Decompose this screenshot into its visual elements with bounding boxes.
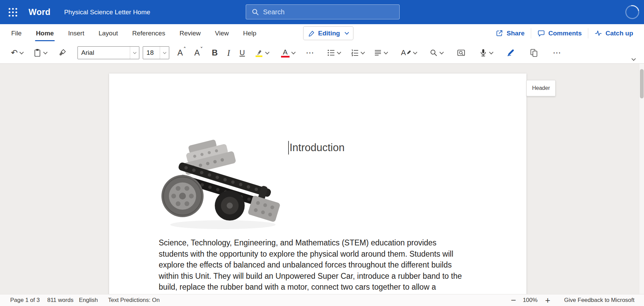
font-name-value: Arial xyxy=(78,49,130,57)
pages-icon xyxy=(529,48,538,57)
pages-button[interactable] xyxy=(527,45,541,60)
catch-up-button[interactable]: Catch up xyxy=(588,26,639,41)
app-launcher-button[interactable] xyxy=(6,5,20,19)
more-font-options-button[interactable]: ⋯ xyxy=(303,45,317,60)
comments-label: Comments xyxy=(549,30,582,37)
tab-view[interactable]: View xyxy=(208,24,236,42)
italic-button[interactable]: I xyxy=(224,45,232,60)
pencil-icon xyxy=(308,30,315,37)
search-icon xyxy=(251,8,259,16)
feedback-link[interactable]: Give Feedback to Microsoft xyxy=(564,297,634,304)
account-avatar[interactable] xyxy=(623,2,642,22)
font-size-value: 18 xyxy=(143,49,160,57)
font-color-button[interactable]: A xyxy=(278,45,298,60)
undo-button[interactable]: ↶ xyxy=(8,45,26,60)
font-color-letter: A xyxy=(283,48,288,55)
font-size-dropdown-chevron xyxy=(160,47,169,59)
styles-letter: A xyxy=(401,49,406,57)
app-name: Word xyxy=(29,7,51,17)
language-indicator[interactable]: English xyxy=(79,297,98,304)
preview-button[interactable] xyxy=(454,45,468,60)
document-canvas: Introduction Science, Technology, Engine… xyxy=(0,64,644,294)
page-count[interactable]: Page 1 of 3 xyxy=(10,297,40,304)
highlight-color-button[interactable] xyxy=(252,45,272,60)
chevron-down-icon xyxy=(337,50,341,54)
caret-up-mark: ˆ xyxy=(183,46,186,53)
paragraph-line[interactable]: within this Unit. They will build an Unp… xyxy=(159,271,462,282)
format-painter-icon xyxy=(58,49,67,57)
status-right: − 100% + Give Feedback to Microsoft xyxy=(509,296,634,305)
undo-icon: ↶ xyxy=(11,49,18,57)
chevron-down-icon xyxy=(440,50,444,54)
chevron-down-icon xyxy=(43,50,48,54)
robot-car-image[interactable] xyxy=(160,139,285,233)
paste-button[interactable] xyxy=(31,45,50,60)
underline-button[interactable]: U xyxy=(237,45,248,60)
scrollbar-thumb[interactable] xyxy=(640,69,644,98)
tab-home[interactable]: Home xyxy=(29,24,61,42)
tab-layout[interactable]: Layout xyxy=(91,24,125,42)
underline-icon: U xyxy=(240,49,245,57)
font-name-select[interactable]: Arial xyxy=(77,46,139,59)
format-painter-button[interactable] xyxy=(56,45,69,60)
top-app-bar: Word Physical Science Letter Home xyxy=(0,0,644,24)
find-button[interactable] xyxy=(427,45,446,60)
search-input[interactable] xyxy=(263,8,394,16)
heading-text: Introduction xyxy=(290,142,345,154)
editor-pen-button[interactable] xyxy=(504,45,518,60)
document-page[interactable]: Introduction Science, Technology, Engine… xyxy=(109,74,526,294)
header-button-label: Header xyxy=(532,85,550,91)
styles-button[interactable]: A xyxy=(398,45,420,60)
editing-mode-button[interactable]: Editing xyxy=(303,26,353,40)
clipboard-icon xyxy=(33,48,41,57)
document-paragraph[interactable]: Science, Technology, Engineering, and Ma… xyxy=(159,237,462,293)
search-box[interactable] xyxy=(246,4,400,19)
vertical-scrollbar[interactable] xyxy=(639,64,644,294)
zoom-in-button[interactable]: + xyxy=(544,296,552,305)
magnifier-icon xyxy=(430,49,438,57)
bullet-list-icon xyxy=(327,49,335,57)
zoom-level[interactable]: 100% xyxy=(523,297,537,304)
zoom-out-button[interactable]: − xyxy=(509,296,517,305)
tab-review[interactable]: Review xyxy=(172,24,208,42)
dictate-button[interactable] xyxy=(476,45,495,60)
paragraph-line[interactable]: explore the effects of balanced and unba… xyxy=(159,259,462,271)
font-size-select[interactable]: 18 xyxy=(143,46,169,59)
bold-icon: B xyxy=(212,49,217,57)
header-button[interactable]: Header xyxy=(526,80,556,96)
word-count[interactable]: 811 words xyxy=(47,297,73,304)
chevron-down-icon xyxy=(384,50,388,54)
chevron-down-icon xyxy=(413,50,418,54)
chevron-down-icon xyxy=(345,30,349,35)
alignment-button[interactable] xyxy=(371,45,390,60)
text-predictions-toggle[interactable]: Text Predictions: On xyxy=(108,297,160,304)
chevron-down-icon xyxy=(291,50,296,54)
grow-font-icon: A xyxy=(177,49,183,57)
share-icon xyxy=(495,29,503,37)
bullet-list-button[interactable] xyxy=(324,45,343,60)
tab-references[interactable]: References xyxy=(125,24,172,42)
grow-font-button[interactable]: A ˆ xyxy=(175,45,189,60)
ellipsis-icon: ⋯ xyxy=(553,49,561,57)
bold-button[interactable]: B xyxy=(209,45,220,60)
share-button[interactable]: Share xyxy=(489,26,531,41)
catch-up-label: Catch up xyxy=(606,30,633,37)
chevron-down-icon xyxy=(631,57,636,61)
tab-file[interactable]: File xyxy=(4,24,29,42)
microphone-icon xyxy=(479,48,487,57)
paragraph-line[interactable]: Science, Technology, Engineering, and Ma… xyxy=(159,237,462,248)
chevron-down-icon xyxy=(361,50,365,54)
tab-help[interactable]: Help xyxy=(236,24,263,42)
paragraph-line[interactable]: students with the opportunity to explore… xyxy=(159,248,462,260)
more-toolbar-options-button[interactable]: ⋯ xyxy=(550,45,563,60)
shrink-font-button[interactable]: A ˇ xyxy=(192,45,206,60)
document-title[interactable]: Physical Science Letter Home xyxy=(64,9,150,16)
tab-insert[interactable]: Insert xyxy=(61,24,91,42)
paragraph-line[interactable]: build, replace the rubber band with a mo… xyxy=(159,281,462,293)
numbered-list-button[interactable] xyxy=(348,45,367,60)
ribbon-actions: Share Comments Catch up xyxy=(489,24,639,42)
comments-button[interactable]: Comments xyxy=(531,26,588,41)
editing-label: Editing xyxy=(318,30,340,37)
document-heading[interactable]: Introduction xyxy=(288,141,345,155)
ellipsis-icon: ⋯ xyxy=(306,49,314,57)
